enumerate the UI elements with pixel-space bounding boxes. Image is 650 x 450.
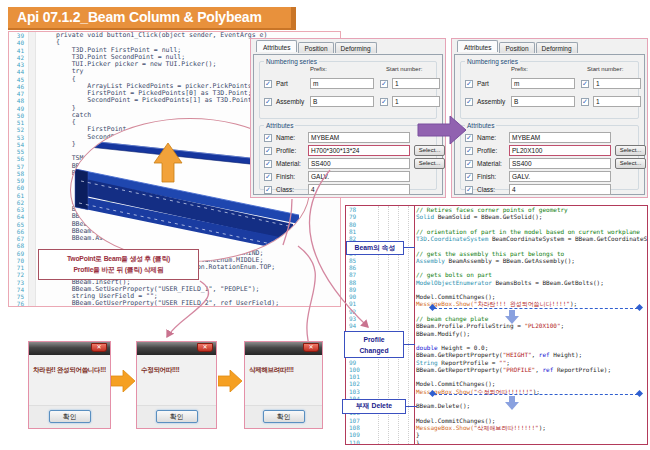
class-input[interactable]: 4 [308, 184, 410, 195]
part-start-input[interactable]: 1 [392, 78, 440, 89]
checkbox-profile[interactable]: ✓ [264, 147, 272, 155]
assembly-start-input[interactable]: 1 [392, 96, 440, 107]
assembly-prefix-input[interactable]: B [310, 96, 374, 107]
part-start-input[interactable]: 1 [593, 78, 641, 89]
label-connector [404, 247, 415, 248]
assembly-start-input[interactable]: 1 [593, 96, 641, 107]
line-number: 101 [346, 373, 366, 380]
line-number: 51 [9, 119, 26, 126]
material-row: ✓ Material: SS400 Select... [264, 158, 432, 171]
api-code-line: 101 [346, 373, 647, 380]
checkbox-assembly[interactable]: ✓ [465, 98, 473, 106]
api-code-line: 88ModelObjectEnumerator BeamsBolts = BBe… [346, 279, 647, 286]
checkbox-material[interactable]: ✓ [264, 160, 272, 168]
checkbox-class[interactable]: ✓ [264, 186, 272, 194]
line-number: 72 [9, 271, 26, 278]
checkbox-assembly-start[interactable]: ✓ [380, 98, 388, 106]
tab-deforming[interactable]: Deforming [335, 42, 377, 53]
material-input[interactable]: SS400 [308, 158, 410, 169]
part-prefix-input[interactable]: m [310, 78, 374, 89]
slide-page: Api 07.1.2_Beam Column & Polybeam 39priv… [0, 0, 650, 450]
api-code-line: 90Model.CommitChanges(); [346, 293, 647, 300]
checkbox-part[interactable]: ✓ [264, 80, 272, 88]
close-icon[interactable]: ✕ [91, 343, 107, 352]
checkbox-assembly-start[interactable]: ✓ [581, 98, 589, 106]
api-code-line: 81// orientation of part in the model ba… [346, 228, 647, 235]
ok-button[interactable]: 확인 [156, 410, 198, 423]
ok-button[interactable]: 확인 [263, 410, 305, 423]
line-number: 81 [346, 228, 366, 235]
code-text: BBeam.Profile.ProfileString = "PL20X100"… [416, 322, 564, 329]
api-code-line: 109} [346, 431, 647, 438]
checkbox-finish[interactable]: ✓ [264, 173, 272, 181]
annotation-box: TwoPoint로 Beam을 생성 후 (클릭) Profile을 바꾼 뒤 … [38, 249, 199, 280]
material-input[interactable]: SS400 [509, 158, 611, 169]
start-number-column-label: Start number: [386, 66, 422, 72]
material-select-button[interactable]: Select... [414, 158, 445, 169]
api-code-line: 107Model.CommitChanges(); [346, 417, 647, 424]
code-text [40, 148, 56, 155]
api-code-line: 94BBeam.Profile.ProfileString = "PL20X10… [346, 322, 647, 329]
line-number: 48 [9, 97, 26, 104]
dialog-titlebar: ✕ [29, 342, 110, 355]
checkbox-class[interactable]: ✓ [465, 186, 473, 194]
checkbox-part[interactable]: ✓ [465, 80, 473, 88]
line-number: 41 [9, 47, 26, 54]
profile-input[interactable]: H700*300*13*24 [308, 145, 410, 156]
attributes-group: Attributes ✓ Name: MYBEAM ✓ Profile: H70… [259, 125, 437, 190]
close-icon[interactable]: ✕ [197, 343, 213, 352]
checkbox-part-start[interactable]: ✓ [581, 80, 589, 88]
finish-row: ✓ Finish: GALV. [264, 171, 432, 184]
class-input[interactable]: 4 [509, 184, 611, 195]
close-icon[interactable]: ✕ [303, 343, 319, 352]
line-number: 80 [346, 221, 366, 228]
group-title: Attributes [264, 122, 295, 129]
code-text: Assembly BeamAssembly = BBeam.GetAssembl… [416, 257, 575, 264]
line-number: 54 [9, 141, 26, 148]
profile-row: ✓ Profile: H700*300*13*24 Select... [264, 145, 432, 158]
class-label: Class: [477, 186, 495, 193]
code-text: } [416, 439, 420, 446]
material-label: Material: [477, 160, 502, 167]
line-number: 73 [9, 279, 26, 286]
tab-attributes[interactable]: Attributes [256, 40, 297, 52]
part-prefix-input[interactable]: m [511, 78, 575, 89]
profile-select-button[interactable]: Select... [615, 145, 646, 156]
line-number: 42 [9, 54, 26, 61]
dialog-footer: 확인 [137, 405, 216, 428]
checkbox-name[interactable]: ✓ [264, 134, 272, 142]
material-select-button[interactable]: Select... [615, 158, 646, 169]
finish-input[interactable]: GALV. [509, 171, 611, 182]
finish-input[interactable]: GALV. [308, 171, 410, 182]
checkbox-finish[interactable]: ✓ [465, 173, 473, 181]
name-input[interactable]: MYBEAM [308, 132, 410, 143]
code-text: BBeam.GetUserProperty("USER_FIELD_2", re… [40, 300, 279, 307]
assembly-prefix-input[interactable]: B [511, 96, 575, 107]
dialog-titlebar: ✕ [245, 342, 322, 355]
line-number: 100 [346, 366, 366, 373]
line-number: 74 [9, 286, 26, 293]
api-code-line: 99String ReportProfile = ""; [346, 359, 647, 366]
assembly-label: Assembly [477, 98, 505, 105]
dialog-footer: 확인 [245, 405, 322, 428]
profile-label: Profile: [276, 147, 296, 154]
code-text: BBeam.Modify(); [416, 330, 470, 337]
line-number: 71 [9, 264, 26, 271]
line-number: 75 [9, 293, 26, 300]
tab-deforming[interactable]: Deforming [536, 42, 578, 53]
ok-button[interactable]: 확인 [49, 410, 91, 423]
line-number: 90 [346, 293, 366, 300]
profile-input[interactable]: PL20X100 [509, 145, 611, 156]
tab-attributes[interactable]: Attributes [457, 40, 498, 52]
line-number: 67 [9, 235, 26, 242]
checkbox-material[interactable]: ✓ [465, 160, 473, 168]
line-number: 99 [346, 359, 366, 366]
tab-position[interactable]: Position [499, 42, 534, 53]
prefix-column-label: Prefix: [310, 66, 327, 72]
tab-position[interactable]: Position [298, 42, 333, 53]
line-number: 57 [9, 163, 26, 170]
checkbox-part-start[interactable]: ✓ [380, 80, 388, 88]
checkbox-assembly[interactable]: ✓ [264, 98, 272, 106]
group-title: Numbering series [465, 58, 520, 65]
name-input[interactable]: MYBEAM [509, 132, 611, 143]
